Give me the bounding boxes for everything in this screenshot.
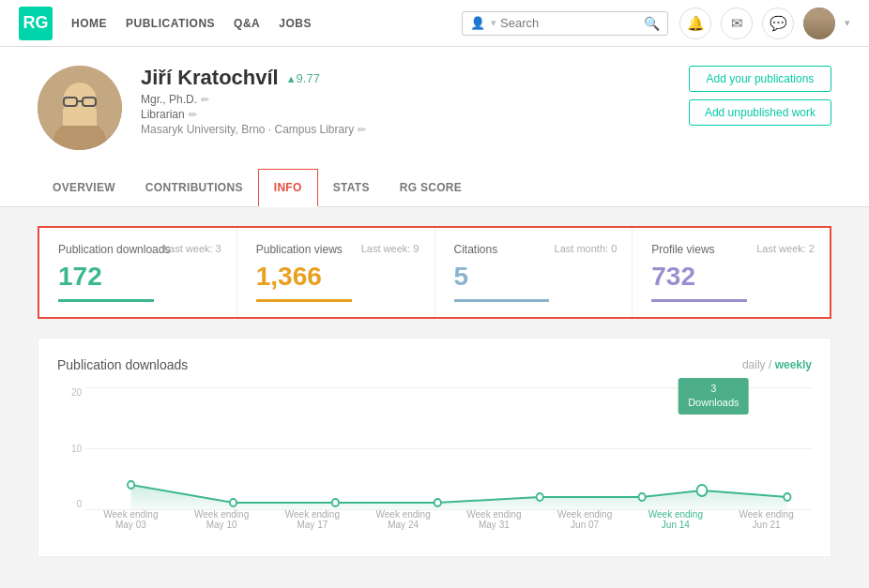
nav-icons: 🔔 ✉ 💬 ▾ xyxy=(679,8,850,39)
x-label-3: Week endingMay 24 xyxy=(358,509,449,537)
profile-buttons: Add your publications Add unpublished wo… xyxy=(689,66,831,126)
profile-location: Masaryk University, Brno · Campus Librar… xyxy=(141,123,670,136)
toggle-separator: / xyxy=(769,358,775,371)
stat-sub-citations: Last month: 0 xyxy=(555,243,617,254)
y-label-10: 10 xyxy=(71,444,82,454)
dot-1 xyxy=(230,499,236,506)
chat-button[interactable]: 💬 xyxy=(762,8,794,39)
stat-card-citations: Citations 5 Last month: 0 xyxy=(435,228,633,317)
tab-stats[interactable]: STATS xyxy=(318,170,385,207)
x-label-6: Week endingJun 14 xyxy=(631,509,722,537)
stat-card-profileviews: Profile views 732 Last week: 2 xyxy=(633,228,830,317)
toggle-weekly[interactable]: weekly xyxy=(775,358,812,371)
stat-card-pubviews: Publication views 1,366 Last week: 9 xyxy=(237,228,435,317)
dot-7 xyxy=(784,493,790,501)
main-content: Publication downloads 172 Last week: 3 P… xyxy=(0,207,869,576)
chart-yaxis: 20 10 0 xyxy=(57,387,85,509)
tooltip-label: Downloads xyxy=(688,396,739,410)
dropdown-arrow-icon: ▾ xyxy=(491,17,496,29)
x-label-7: Week endingJun 21 xyxy=(721,509,812,537)
person-icon: 👤 xyxy=(470,16,485,30)
chart-area: 20 10 0 xyxy=(57,387,812,537)
stat-sub-downloads: Last week: 3 xyxy=(163,243,221,254)
rg-score: 9.77 xyxy=(286,71,320,85)
dot-2 xyxy=(332,499,339,506)
chart-tooltip: 3 Downloads xyxy=(678,378,748,415)
stats-grid: Publication downloads 172 Last week: 3 P… xyxy=(38,226,831,319)
navbar: RG HOME PUBLICATIONS Q&A JOBS 👤 ▾ 🔍 🔔 ✉ … xyxy=(0,0,869,47)
chart-header: Publication downloads daily / weekly xyxy=(57,357,812,372)
x-label-1: Week endingMay 10 xyxy=(176,509,267,537)
stat-value-citations: 5 xyxy=(454,262,614,292)
svg-rect-3 xyxy=(63,109,97,126)
user-avatar-nav[interactable] xyxy=(803,8,835,39)
chart-x-labels: Week endingMay 03 Week endingMay 10 Week… xyxy=(85,509,812,537)
toggle-daily[interactable]: daily xyxy=(742,358,766,371)
stat-sub-profileviews: Last week: 2 xyxy=(756,243,815,254)
nav-links: HOME PUBLICATIONS Q&A JOBS xyxy=(71,16,312,30)
profile-title: Mgr., Ph.D. ✏ xyxy=(141,93,670,106)
x-label-2: Week endingMay 17 xyxy=(267,509,358,537)
nav-publications[interactable]: PUBLICATIONS xyxy=(126,17,215,30)
dot-3 xyxy=(434,499,441,506)
nav-jobs[interactable]: JOBS xyxy=(279,17,312,30)
profile-section: Jiří Kratochvíl 9.77 Mgr., Ph.D. ✏ Libra… xyxy=(0,47,869,169)
search-bar: 👤 ▾ 🔍 xyxy=(462,11,668,36)
y-label-20: 20 xyxy=(71,387,82,398)
x-label-5: Week endingJun 07 xyxy=(540,509,631,537)
dot-4 xyxy=(537,493,543,501)
stat-bar-citations xyxy=(454,299,550,302)
edit-location-icon[interactable]: ✏ xyxy=(358,124,366,136)
dot-0 xyxy=(128,481,134,489)
edit-role-icon[interactable]: ✏ xyxy=(189,109,197,121)
bookmark-button[interactable]: 🔔 xyxy=(679,8,711,39)
tab-rgscore[interactable]: RG SCORE xyxy=(385,170,477,207)
tooltip-count: 3 xyxy=(688,382,739,396)
stat-value-pubviews: 1,366 xyxy=(256,262,416,292)
stat-value-profileviews: 732 xyxy=(651,262,811,292)
nav-home[interactable]: HOME xyxy=(71,17,107,30)
x-label-4: Week endingMay 31 xyxy=(449,509,540,537)
x-label-0: Week endingMay 03 xyxy=(85,509,176,537)
add-publications-button[interactable]: Add your publications xyxy=(689,66,831,92)
dot-5 xyxy=(639,493,646,501)
stat-bar-downloads xyxy=(58,299,154,302)
stat-value-downloads: 172 xyxy=(58,262,218,292)
profile-role: Librarian ✏ xyxy=(141,108,670,121)
tabs-bar: OVERVIEW CONTRIBUTIONS INFO STATS RG SCO… xyxy=(0,169,869,207)
stat-bar-profileviews xyxy=(651,299,747,302)
tab-overview[interactable]: OVERVIEW xyxy=(38,170,130,207)
search-input[interactable] xyxy=(500,16,640,30)
stat-bar-pubviews xyxy=(256,299,352,302)
chart-title: Publication downloads xyxy=(57,357,188,372)
nav-avatar-dropdown[interactable]: ▾ xyxy=(845,17,850,29)
add-unpublished-button[interactable]: Add unpublished work xyxy=(689,99,831,126)
dot-highlight xyxy=(697,485,708,496)
search-icon: 🔍 xyxy=(644,16,660,31)
tab-info[interactable]: INFO xyxy=(258,169,318,207)
chart-toggle: daily / weekly xyxy=(742,358,812,371)
stat-card-downloads: Publication downloads 172 Last week: 3 xyxy=(39,228,237,317)
edit-title-icon[interactable]: ✏ xyxy=(201,94,209,106)
chart-section: Publication downloads daily / weekly 20 … xyxy=(38,338,831,557)
nav-qa[interactable]: Q&A xyxy=(234,17,260,30)
logo[interactable]: RG xyxy=(19,7,53,40)
mail-button[interactable]: ✉ xyxy=(721,8,753,39)
chart-area-fill xyxy=(131,485,787,509)
profile-info: Jiří Kratochvíl 9.77 Mgr., Ph.D. ✏ Libra… xyxy=(141,66,670,136)
profile-name: Jiří Kratochvíl 9.77 xyxy=(141,66,670,90)
y-label-0: 0 xyxy=(76,499,82,509)
tab-contributions[interactable]: CONTRIBUTIONS xyxy=(130,170,258,207)
profile-avatar xyxy=(38,66,122,150)
stat-sub-pubviews: Last week: 9 xyxy=(361,243,419,254)
